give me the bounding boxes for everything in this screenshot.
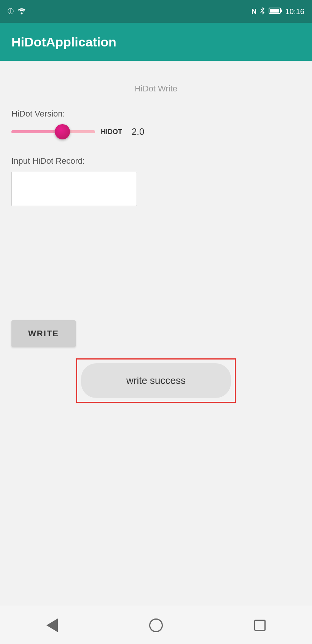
nav-back-button[interactable]: [45, 618, 60, 633]
slider-label: HIDOT: [101, 128, 122, 136]
app-bar: HiDotApplication: [0, 23, 312, 61]
nav-recent-button[interactable]: [252, 618, 267, 633]
hidot-record-input[interactable]: [11, 172, 137, 206]
input-label: Input HiDot Record:: [11, 156, 301, 166]
svg-rect-5: [270, 9, 279, 13]
app-title: HiDotApplication: [11, 35, 116, 50]
bluetooth-icon: [259, 6, 266, 17]
svg-line-2: [261, 11, 263, 13]
wifi-icon: [17, 7, 27, 16]
svg-line-1: [261, 9, 263, 11]
success-box-inner: write success: [81, 363, 231, 398]
notification-icon: ⓘ: [8, 8, 14, 16]
slider-thumb[interactable]: [55, 124, 70, 139]
main-content: HiDot Write HiDot Version: HIDOT 2.0 Inp…: [0, 61, 312, 441]
status-bar-right: N 10:16: [252, 6, 304, 17]
nav-home-button[interactable]: [148, 618, 164, 633]
success-box-outer: write success: [76, 358, 236, 403]
back-icon: [46, 618, 58, 632]
nav-bar: [0, 606, 312, 644]
write-button-area: WRITE: [11, 320, 301, 347]
battery-icon: [269, 7, 282, 16]
success-area: write success: [11, 358, 301, 403]
success-text: write success: [126, 375, 186, 386]
status-bar: ⓘ N 10:16: [0, 0, 312, 23]
write-button[interactable]: WRITE: [11, 320, 76, 347]
slider-value: 2.0: [132, 126, 144, 137]
slider-track-bg: [11, 130, 95, 133]
nfc-icon: N: [252, 8, 256, 16]
version-label: HiDot Version:: [11, 109, 301, 119]
slider-container[interactable]: HIDOT 2.0: [11, 126, 301, 137]
section-title: HiDot Write: [11, 84, 301, 94]
status-bar-left: ⓘ: [8, 7, 27, 16]
svg-point-0: [21, 13, 23, 14]
time-display: 10:16: [285, 7, 304, 16]
home-icon: [149, 618, 163, 632]
slider-track[interactable]: [11, 130, 95, 134]
recent-icon: [254, 620, 266, 631]
svg-rect-4: [280, 10, 282, 12]
